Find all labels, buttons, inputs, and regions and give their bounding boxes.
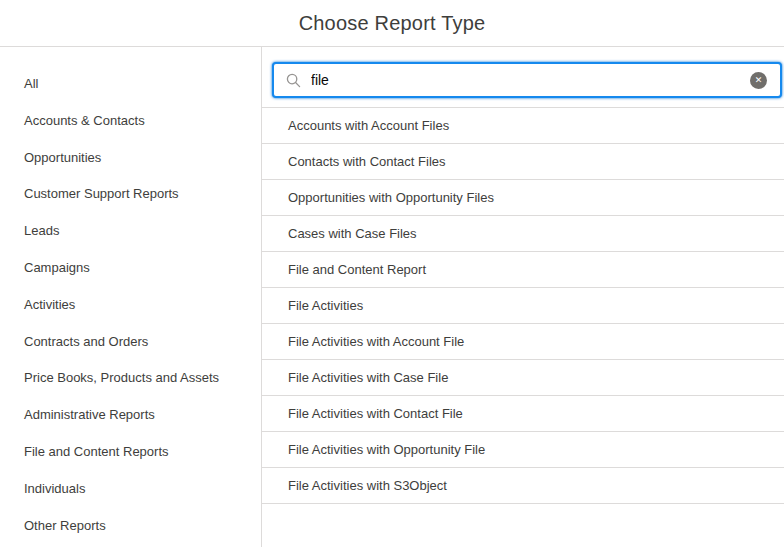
sidebar-item-label: Campaigns bbox=[24, 260, 90, 275]
sidebar-item-label: Individuals bbox=[24, 481, 85, 496]
sidebar-item-category[interactable]: Price Books, Products and Assets bbox=[0, 360, 261, 397]
sidebar-item-category[interactable]: Opportunities bbox=[0, 140, 261, 177]
sidebar-item-label: Leads bbox=[24, 223, 59, 238]
sidebar-item-category[interactable]: Customer Support Reports bbox=[0, 176, 261, 213]
sidebar-item-category[interactable]: File and Content Reports bbox=[0, 434, 261, 471]
report-type-row[interactable]: Cases with Case Files bbox=[262, 216, 784, 252]
report-type-label: Accounts with Account Files bbox=[288, 118, 449, 133]
page-title: Choose Report Type bbox=[299, 12, 486, 35]
report-type-label: Cases with Case Files bbox=[288, 226, 417, 241]
search-icon bbox=[286, 73, 301, 88]
sidebar-item-label: Customer Support Reports bbox=[24, 186, 179, 201]
report-type-label: File Activities with Opportunity File bbox=[288, 442, 485, 457]
sidebar-item-label: All bbox=[24, 76, 38, 91]
sidebar-item-label: Accounts & Contacts bbox=[24, 113, 145, 128]
sidebar-item-label: Opportunities bbox=[24, 150, 101, 165]
report-type-label: File and Content Report bbox=[288, 262, 426, 277]
report-type-row[interactable]: File Activities with Contact File bbox=[262, 396, 784, 432]
sidebar-item-label: Other Reports bbox=[24, 518, 106, 533]
sidebar-item-label: Price Books, Products and Assets bbox=[24, 370, 219, 385]
report-type-label: File Activities with Contact File bbox=[288, 406, 463, 421]
sidebar-item-category[interactable]: Leads bbox=[0, 213, 261, 250]
sidebar-item-category[interactable]: Individuals bbox=[0, 471, 261, 508]
report-type-label: File Activities with Case File bbox=[288, 370, 448, 385]
report-type-list: Accounts with Account Files Contacts wit… bbox=[262, 108, 784, 504]
report-type-row[interactable]: Opportunities with Opportunity Files bbox=[262, 180, 784, 216]
sidebar-item-label: Administrative Reports bbox=[24, 407, 155, 422]
report-type-label: File Activities with Account File bbox=[288, 334, 464, 349]
sidebar-item-label: Contracts and Orders bbox=[24, 334, 148, 349]
report-type-row[interactable]: File Activities with Opportunity File bbox=[262, 432, 784, 468]
sidebar-item-category[interactable]: Activities bbox=[0, 287, 261, 324]
report-type-panel: ✕ Accounts with Account Files Contacts w… bbox=[262, 47, 784, 547]
choose-report-type-modal: Choose Report Type All Accounts & Contac… bbox=[0, 0, 784, 547]
report-type-label: File Activities with S3Object bbox=[288, 478, 447, 493]
search-input[interactable] bbox=[301, 64, 750, 96]
report-type-label: Contacts with Contact Files bbox=[288, 154, 446, 169]
sidebar-item-category[interactable]: All bbox=[0, 66, 261, 103]
sidebar-item-category[interactable]: Accounts & Contacts bbox=[0, 103, 261, 140]
modal-body: All Accounts & Contacts Opportunities Cu… bbox=[0, 47, 784, 547]
sidebar-item-label: File and Content Reports bbox=[24, 444, 169, 459]
sidebar-item-category[interactable]: Administrative Reports bbox=[0, 397, 261, 434]
report-category-sidebar: All Accounts & Contacts Opportunities Cu… bbox=[0, 47, 262, 547]
report-type-row[interactable]: File Activities with Account File bbox=[262, 324, 784, 360]
sidebar-item-category[interactable]: Campaigns bbox=[0, 250, 261, 287]
report-type-row[interactable]: File and Content Report bbox=[262, 252, 784, 288]
modal-header: Choose Report Type bbox=[0, 0, 784, 47]
search-area: ✕ bbox=[262, 47, 784, 108]
report-type-row[interactable]: Contacts with Contact Files bbox=[262, 144, 784, 180]
report-type-row[interactable]: File Activities with S3Object bbox=[262, 468, 784, 504]
sidebar-item-category[interactable]: Contracts and Orders bbox=[0, 324, 261, 361]
search-box: ✕ bbox=[272, 62, 782, 98]
report-type-label: Opportunities with Opportunity Files bbox=[288, 190, 494, 205]
sidebar-item-category[interactable]: Other Reports bbox=[0, 508, 261, 545]
clear-icon: ✕ bbox=[755, 75, 763, 85]
sidebar-item-label: Activities bbox=[24, 297, 75, 312]
report-type-label: File Activities bbox=[288, 298, 363, 313]
report-type-row[interactable]: File Activities bbox=[262, 288, 784, 324]
report-type-row[interactable]: Accounts with Account Files bbox=[262, 108, 784, 144]
clear-search-button[interactable]: ✕ bbox=[750, 72, 767, 89]
report-type-row[interactable]: File Activities with Case File bbox=[262, 360, 784, 396]
